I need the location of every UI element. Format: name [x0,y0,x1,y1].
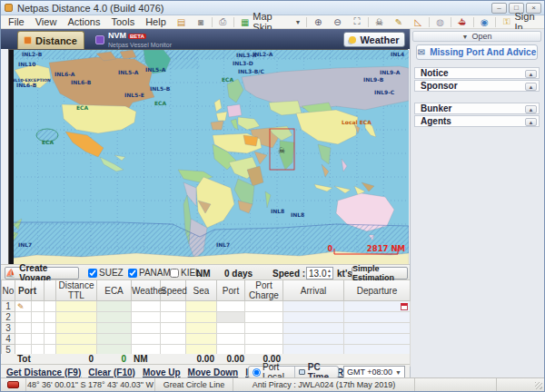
svg-text:ECA: ECA [42,139,54,145]
nvm-tab-icon [95,35,104,44]
move-down-button[interactable]: Move Down [188,368,239,377]
menu-help[interactable]: Help [144,16,167,27]
monitor-icon [299,369,304,375]
get-distance-button[interactable]: Get Distance (F9) [6,368,81,377]
col-eca[interactable]: ECA [97,280,132,301]
zoom-in-icon[interactable]: ⊕ [312,16,322,27]
chevron-down-icon: ▼ [395,369,401,376]
weather-button[interactable]: Weather [343,32,405,47]
menu-tools[interactable]: Tools [110,16,135,27]
col-no[interactable]: No [2,280,15,301]
fit-screen-icon[interactable]: ⛶ [352,16,362,27]
total-unit: NM [134,354,148,364]
svg-text:ECA: ECA [76,104,89,111]
measure-icon[interactable]: ✎ [393,16,403,27]
capture-icon[interactable]: ◙ [195,16,205,27]
col-weather[interactable]: Weather [132,280,161,301]
panel-bunker[interactable]: Bunker ▲ [414,103,540,114]
col-port[interactable]: Port [15,280,32,301]
svg-text:INL9-C: INL9-C [374,89,395,95]
svg-text:INL3-B/C: INL3-B/C [238,68,265,74]
total-distance: 0 [55,354,94,364]
panel-sponsor[interactable]: Sponsor ▲ [414,80,540,92]
svg-text:INL9-B: INL9-B [363,76,384,83]
svg-text:INL9-A: INL9-A [380,69,401,75]
notice-label: Notice [421,68,449,78]
key-icon: ⚿ [501,16,511,27]
app-window: Netpas Distance 4.0 (Build 4076) – □ × F… [0,0,545,392]
table-row: 1 ✎ [2,301,411,312]
map-skin-icon: ▦ [240,16,250,27]
timezone-select[interactable]: GMT +08:00 ▼ [343,366,405,378]
world-map[interactable]: ☠ 0 2817 NM INL2-BINL4INL10INL6-AINL6-BI… [8,49,408,264]
missing-port-button[interactable]: ✉ Missing Port And Advice [416,44,538,60]
tab-distance[interactable]: Distance [17,31,84,49]
app-icon [5,4,13,12]
help-globe-icon[interactable]: ◉ [480,16,490,27]
weather-icon [349,36,356,44]
create-voyage-button[interactable]: ⛵ Create Voyage [5,267,79,279]
sidebar-collapse-header[interactable]: ▼ Open [412,31,541,42]
collapse-icon[interactable]: ▲ [525,70,537,78]
collapse-icon[interactable]: ▲ [525,105,537,113]
svg-text:INL6-B: INL6-B [16,82,37,88]
col-sea[interactable]: Sea [186,280,217,301]
suez-checkbox[interactable]: SUEZ [88,268,124,278]
collapse-icon[interactable]: ▲ [525,83,537,91]
envelope-icon: ✉ [418,47,425,57]
speed-stepper[interactable]: ▲▼ [326,268,332,279]
bunker-drop-icon[interactable]: ◍ [435,16,445,27]
panel-notice[interactable]: Notice ▲ [414,67,540,79]
missing-port-label: Missing Port And Advice [430,47,536,57]
zoom-out-icon[interactable]: ⊖ [332,16,342,27]
pc-time-button[interactable]: PC Time [294,367,338,377]
calendar-icon[interactable] [401,303,408,310]
vessel-icon[interactable]: ⛴ [457,16,467,27]
clear-button[interactable]: Clear (F10) [88,368,135,377]
weather-label: Weather [360,34,399,45]
menu-bar: File View Actions Tools Help ▤ ◙ ⎙ ▦ Map… [1,15,544,29]
col-distance-ttl[interactable]: Distance TTL [56,280,97,301]
distance-tab-icon [24,36,32,44]
nm-unit-label: NM [196,269,211,279]
nvm-tab-label: NVM [108,31,126,40]
anti-piracy-icon[interactable]: ☠ [374,16,384,27]
simple-estimation-button[interactable]: Simple Estimation [352,267,408,279]
col-speed[interactable]: Speed [161,280,186,301]
svg-text:INL10: INL10 [18,61,35,67]
panel-agents[interactable]: Agents ▲ [414,115,540,127]
distance-tab-label: Distance [35,35,77,46]
tab-nvm[interactable]: NVMBETA Netpas Vessel Monitor [92,31,192,49]
ruler-icon[interactable]: ◺ [413,16,423,27]
print-icon[interactable]: ⎙ [218,16,228,27]
export-icon[interactable]: ▤ [176,16,186,27]
route-start-label: 0 [327,245,332,253]
port-cell[interactable]: ✎ [15,301,32,312]
svg-text:INL6-A: INL6-A [54,71,75,77]
menu-file[interactable]: File [7,16,25,27]
col-port2[interactable]: Port [217,280,245,301]
menu-view[interactable]: View [35,16,58,27]
collapse-icon[interactable]: ▲ [525,118,537,126]
svg-text:INL2-A: INL2-A [253,51,273,57]
col-port-charge[interactable]: Port Charge [245,280,283,301]
table-row: 3 [2,323,411,334]
timezone-value: GMT +08:00 [347,368,392,377]
svg-text:INL8: INL8 [291,211,304,218]
anti-piracy-readout: Anti Piracy : JWLA024 (17th May 2019) [233,378,415,391]
menu-actions[interactable]: Actions [66,16,101,27]
line-type-readout: Great Circle Line [155,378,233,391]
col-arrival[interactable]: Arrival [283,280,344,301]
skull-icon: ☠ [278,146,285,155]
window-title: Netpas Distance 4.0 (Build 4076) [17,3,164,14]
edit-pencil-icon[interactable]: ✎ [17,302,25,311]
svg-text:INL5-A: INL5-A [145,66,166,73]
map-edge [9,50,14,265]
table-header-row: No Port Distance TTL ECA Weather Speed S… [2,280,411,301]
svg-text:Local ECA: Local ECA [342,119,372,125]
col-departure[interactable]: Departure [344,280,411,301]
resize-grip[interactable] [535,382,542,389]
voyage-toolbar: ⛵ Create Voyage SUEZ PANAMA KIEL NM 0 da… [1,264,410,280]
move-up-button[interactable]: Move Up [143,368,181,377]
sponsor-label: Sponsor [421,81,458,91]
